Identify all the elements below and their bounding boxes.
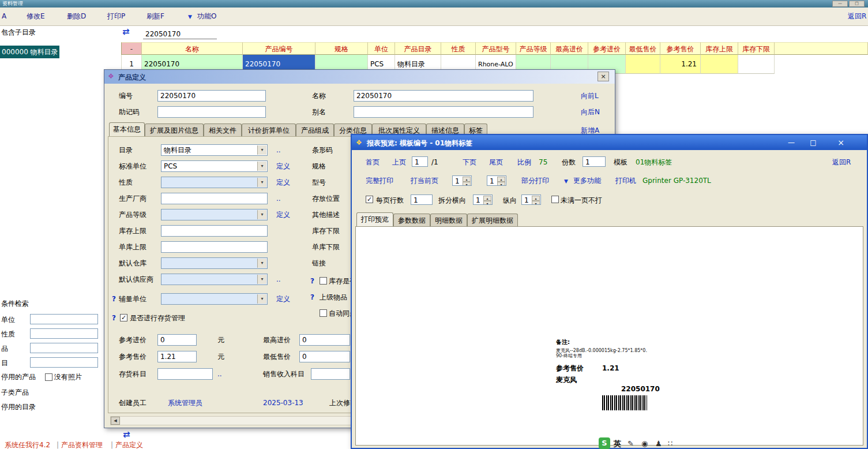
dialog-titlebar[interactable]: ❖ 产品定义 × [104, 70, 615, 84]
nature-dropdown[interactable]: ▾ [161, 177, 268, 188]
parent-help-icon[interactable]: ? [310, 293, 314, 302]
vertical-spinner[interactable]: 1 ▴▾ [521, 194, 541, 205]
search-catalog-input[interactable] [30, 357, 98, 368]
preview-maximize-button[interactable]: □ [803, 137, 824, 148]
next-page-link[interactable]: 下页 [463, 158, 476, 167]
ref-sell-input[interactable]: 1.21 [157, 351, 197, 362]
catalog-dropdown[interactable]: 物料目录 ▾ [161, 144, 268, 156]
tab-related-files[interactable]: 相关文件 [204, 124, 242, 136]
toolbar-delete-button[interactable]: 删除D [67, 12, 86, 21]
minimize-button[interactable]: — [832, 1, 848, 7]
next-record-link[interactable]: 向后N [581, 108, 600, 117]
preview-close-button[interactable]: × [829, 137, 852, 148]
col-header-max-buy[interactable]: 最高进价 [551, 42, 588, 55]
bottom-tab-product-data[interactable]: 产品资料管理 [61, 441, 103, 449]
name-input[interactable]: 22050170 [354, 90, 533, 102]
row-cell-min-sell[interactable] [626, 55, 660, 74]
row-cell-stock-max[interactable] [701, 55, 738, 74]
print-from-spinner[interactable]: 1 ▴▾ [452, 175, 472, 186]
preview-minimize-button[interactable]: — [781, 137, 802, 148]
toolbar-back-button[interactable]: 返回R [848, 12, 866, 21]
search-product-input[interactable] [30, 343, 98, 353]
prev-record-link[interactable]: 向前L [581, 92, 599, 100]
maximize-button[interactable]: □ [849, 1, 865, 7]
dialog-hscrollbar[interactable]: ◀ [110, 416, 352, 425]
store-max-input[interactable] [161, 241, 268, 253]
spin-down-icon[interactable]: ▾ [532, 201, 540, 205]
rows-per-page-input[interactable]: 1 [411, 194, 433, 205]
catalog-browse-button[interactable]: .. [276, 146, 281, 155]
toolbar-add-button[interactable]: A [2, 12, 6, 21]
col-header-stock-min[interactable]: 库存下限 [738, 42, 775, 55]
scale-value[interactable]: 75 [539, 158, 547, 167]
tab-extend-image[interactable]: 扩展及图片信息 [145, 124, 204, 136]
manage-help-icon[interactable]: ? [112, 314, 116, 323]
nature-dropdown-arrow-icon[interactable]: ▾ [257, 178, 266, 187]
col-header-grade[interactable]: 产品等级 [516, 42, 551, 55]
no-full-page-checkbox[interactable] [551, 196, 559, 203]
bottom-tab-product-define[interactable]: 产品定义 [115, 441, 143, 449]
ime-pen-icon[interactable]: ✎ [627, 439, 634, 448]
aux-unit-define-link[interactable]: 定义 [276, 295, 290, 304]
col-header-unit[interactable]: 单位 [368, 42, 395, 55]
search-nature-input[interactable] [30, 328, 98, 339]
spin-up-icon[interactable]: ▴ [463, 177, 471, 182]
ime-lang-toggle[interactable]: 英 [614, 439, 621, 448]
last-page-link[interactable]: 尾页 [489, 158, 503, 167]
ime-circle-icon[interactable]: ◉ [641, 439, 648, 448]
aux-unit-dropdown[interactable]: ▾ [161, 293, 268, 305]
mnemonic-input[interactable] [157, 106, 266, 118]
col-header-name[interactable]: 名称 [142, 42, 243, 55]
income-subject-input[interactable] [311, 368, 350, 380]
ime-grid-icon[interactable]: ∷ [668, 439, 672, 448]
std-unit-dropdown[interactable]: PCS ▾ [161, 160, 268, 172]
copies-input[interactable]: 1 [583, 156, 606, 167]
dialog-close-button[interactable]: × [598, 72, 609, 81]
search-unit-input[interactable] [30, 314, 98, 324]
preview-titlebar[interactable]: ❖ 报表预览: 模板编号 - 01物料标签 — □ × [352, 135, 867, 150]
tab-basic-info[interactable]: 基本信息 [109, 122, 145, 136]
page-number-input[interactable]: 1 [412, 156, 428, 167]
nature-define-link[interactable]: 定义 [276, 178, 290, 187]
stock-subject-browse-button[interactable]: .. [217, 370, 222, 379]
col-header-catalog[interactable]: 产品目录 [395, 42, 441, 55]
col-header-ref-buy[interactable]: 参考进价 [588, 42, 626, 55]
std-unit-define-link[interactable]: 定义 [276, 162, 290, 171]
col-header-select[interactable]: - [121, 42, 142, 55]
toolbar-func-button[interactable]: 功能O [197, 12, 216, 21]
spin-down-icon[interactable]: ▾ [483, 201, 491, 205]
stock-subject-input[interactable] [157, 368, 213, 380]
supplier-browse-button[interactable]: .. [276, 275, 281, 284]
split-horizontal-spinner[interactable]: 1 ▴▾ [473, 194, 493, 205]
partial-print-link[interactable]: 部分打印 [521, 177, 549, 185]
row-cell-stock-min[interactable] [738, 55, 775, 74]
filter-code-value[interactable]: 22050170 [145, 30, 181, 39]
min-sell-input[interactable]: 0 [299, 351, 350, 362]
swap-filter-icon[interactable]: ⇄ [122, 28, 130, 36]
spin-down-icon[interactable]: ▾ [497, 182, 505, 186]
grade-dropdown-arrow-icon[interactable]: ▾ [257, 210, 266, 219]
col-header-nature[interactable]: 性质 [441, 42, 476, 55]
supplier-dropdown-arrow-icon[interactable]: ▾ [257, 275, 266, 284]
bottom-tab-system[interactable]: 系统任我行4.2 [5, 441, 50, 449]
grade-dropdown[interactable]: ▾ [161, 209, 268, 220]
template-value[interactable]: 01物料标签 [636, 158, 672, 167]
no-photo-checkbox[interactable] [45, 373, 52, 381]
ime-logo-icon[interactable]: S [599, 437, 610, 449]
toolbar-edit-button[interactable]: 修改E [27, 12, 45, 21]
warehouse-dropdown[interactable]: ▾ [161, 257, 268, 269]
toolbar-refresh-button[interactable]: 刷新F [146, 12, 164, 21]
auto-sync-checkbox[interactable] [320, 309, 327, 317]
maker-input[interactable] [161, 193, 268, 204]
col-header-model[interactable]: 产品型号 [476, 42, 516, 55]
col-header-min-sell[interactable]: 最低售价 [626, 42, 660, 55]
stock-max-input[interactable] [161, 225, 268, 237]
stock-share-help-icon[interactable]: ? [310, 277, 314, 286]
ime-person-icon[interactable]: ♟ [655, 439, 662, 448]
tab-print-preview[interactable]: 打印预览 [356, 212, 393, 226]
print-current-link[interactable]: 打当前页 [411, 177, 438, 185]
col-header-ref-sell[interactable]: 参考售价 [660, 42, 701, 55]
row-cell-ref-sell[interactable]: 1.21 [660, 55, 701, 74]
code-input[interactable]: 22050170 [157, 90, 266, 102]
supplier-dropdown[interactable]: ▾ [161, 274, 268, 285]
